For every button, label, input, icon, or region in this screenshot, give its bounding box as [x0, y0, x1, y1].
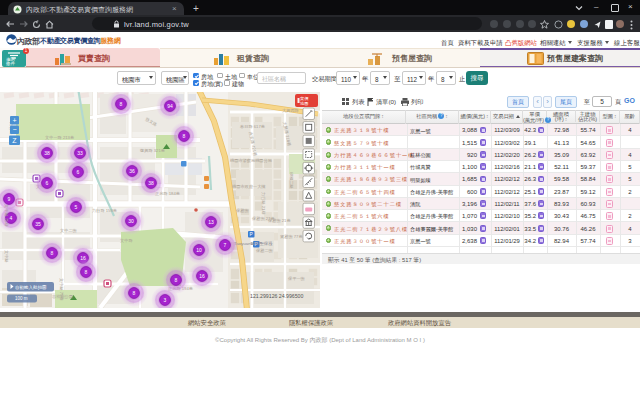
svg-text:121.299126 24.996500: 121.299126 24.996500 [250, 293, 303, 299]
svg-text:5: 5 [75, 204, 78, 210]
svg-text:8: 8 [175, 277, 178, 283]
svg-text:94: 94 [167, 103, 173, 109]
svg-text:9: 9 [8, 196, 11, 202]
svg-text:8: 8 [85, 269, 88, 275]
svg-text:8: 8 [120, 101, 123, 107]
svg-text:+: + [12, 117, 16, 124]
svg-text:地圖: 地圖 [299, 101, 308, 106]
svg-text:經國二路: 經國二路 [289, 171, 294, 189]
svg-text:大興西路: 大興西路 [282, 108, 299, 113]
svg-text:桃園市警察局桃園分局: 桃園市警察局桃園分局 [230, 158, 272, 163]
svg-text:36: 36 [129, 168, 135, 174]
svg-text:4: 4 [10, 215, 13, 221]
svg-text:8: 8 [133, 290, 136, 296]
svg-text:−: − [12, 126, 16, 133]
svg-text:10: 10 [196, 247, 202, 253]
svg-text:桃園市政府一大樓: 桃園市政府一大樓 [232, 184, 266, 189]
svg-text:文中路: 文中路 [4, 250, 9, 263]
svg-text:文中路 75巷: 文中路 75巷 [4, 204, 9, 227]
svg-text:春日路 617巷: 春日路 617巷 [240, 124, 265, 129]
svg-text:文中路: 文中路 [120, 238, 133, 243]
svg-text:100 m: 100 m [15, 296, 28, 301]
svg-text:13: 13 [208, 219, 214, 225]
svg-text:文中路 75巷: 文中路 75巷 [59, 278, 64, 301]
svg-text:Z: Z [12, 137, 17, 144]
svg-text:3: 3 [164, 297, 167, 303]
svg-text:16: 16 [199, 273, 205, 279]
svg-text:38: 38 [44, 150, 50, 156]
svg-text:6: 6 [77, 169, 80, 175]
svg-text:復興路 321巷: 復興路 321巷 [140, 148, 165, 153]
svg-text:30: 30 [128, 218, 134, 224]
svg-text:8: 8 [51, 250, 54, 256]
svg-text:8: 8 [183, 133, 186, 139]
svg-text:自動輸入航拍圖: 自動輸入航拍圖 [15, 285, 47, 290]
svg-text:6: 6 [46, 180, 49, 186]
svg-text:33: 33 [77, 150, 83, 156]
svg-text:35: 35 [35, 221, 41, 227]
svg-text:38: 38 [148, 180, 154, 186]
svg-text:7: 7 [224, 242, 227, 248]
svg-text:P: P [250, 232, 253, 237]
